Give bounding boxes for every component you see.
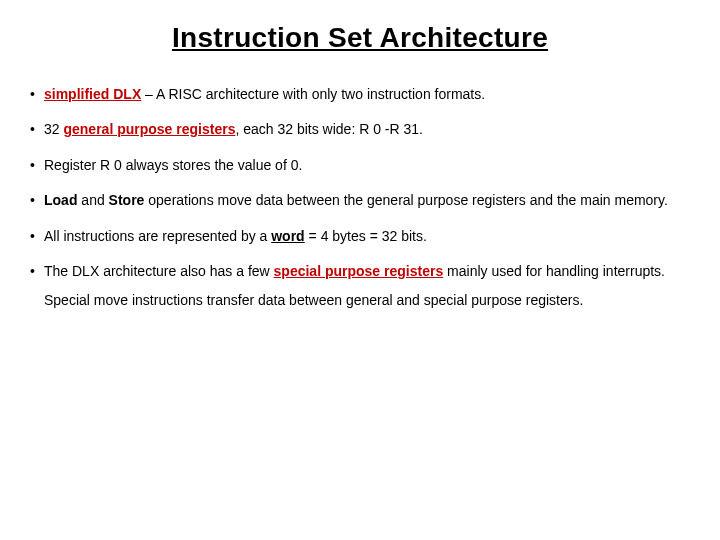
text-run: operations move data between the general… [144,192,667,208]
text-run: The DLX architecture also has a few [44,263,274,279]
text-run: = 4 bytes = 32 bits. [305,228,427,244]
text-run: – A RISC architecture with only two inst… [141,86,485,102]
text-run: general purpose registers [63,121,235,137]
text-run: All instructions are represented by a [44,228,271,244]
text-run: 32 [44,121,63,137]
bullet-item: All instructions are represented by a wo… [30,222,690,251]
bullet-item: 32 general purpose registers, each 32 bi… [30,115,690,144]
text-run: , each 32 bits wide: R 0 -R 31. [235,121,423,137]
text-run: word [271,228,304,244]
text-run: special purpose registers [274,263,444,279]
bullet-item: The DLX architecture also has a few spec… [30,257,690,316]
text-run: Store [109,192,145,208]
bullet-item: Load and Store operations move data betw… [30,186,690,215]
slide: Instruction Set Architecture simplified … [0,0,720,540]
bullet-item: simplified DLX – A RISC architecture wit… [30,80,690,109]
bullet-item: Register R 0 always stores the value of … [30,151,690,180]
text-run: and [77,192,108,208]
text-run: Load [44,192,77,208]
text-run: Register R 0 always stores the value of … [44,157,302,173]
slide-title: Instruction Set Architecture [30,22,690,54]
text-run: simplified DLX [44,86,141,102]
bullet-list: simplified DLX – A RISC architecture wit… [30,80,690,316]
